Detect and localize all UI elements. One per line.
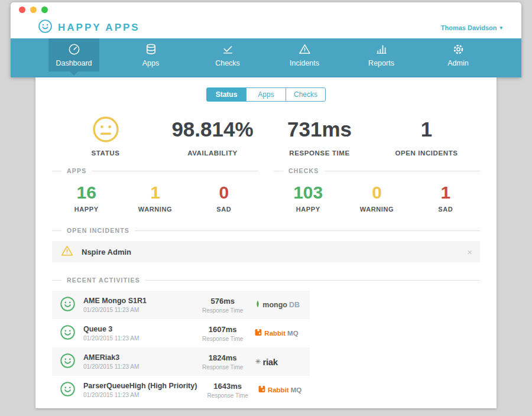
service-text: Rabbit [268, 386, 289, 394]
apps-checks-dividers: APPS CHECKS [35, 164, 497, 174]
activity-response: 1607ms Response Time [198, 325, 247, 342]
response-time-label: Response Time [198, 336, 247, 342]
database-icon [144, 43, 158, 56]
nav-item-apps[interactable]: Apps [125, 38, 176, 72]
apps-checks-stats: 16 HAPPY 1 WARNING 0 SAD 103 HAPPY [35, 174, 497, 213]
rabbitmq-logo: RabbitMQ [258, 385, 302, 395]
stat-label: WARNING [121, 206, 189, 213]
app-logo: HAPPY APPS [38, 19, 140, 37]
service-text: MQ [287, 330, 299, 337]
activity-response: 576ms Response Time [198, 297, 247, 314]
checks-section-title: CHECKS [288, 167, 319, 174]
apps-stat-warning[interactable]: 1 WARNING [121, 183, 189, 213]
checks-stat-happy[interactable]: 103 HAPPY [274, 183, 342, 213]
tab-apps[interactable]: Apps [246, 87, 286, 102]
service-text: Rabbit [264, 330, 286, 337]
recent-activities-section: RECENT ACTIVITIES [35, 262, 497, 286]
activity-row[interactable]: AMERiak3 01/20/2015 11:23 AM 1824ms Resp… [52, 347, 310, 376]
nav-item-label: Dashboard [56, 59, 92, 67]
user-menu[interactable]: Thomas Davidson ▾ [441, 24, 502, 31]
activity-name: AMERiak3 [83, 353, 190, 362]
summary-response-time: 731ms RESPONSE TIME [266, 115, 373, 157]
incident-close-button[interactable]: × [467, 248, 472, 256]
nav-item-reports[interactable]: Reports [356, 38, 407, 72]
activity-row[interactable]: Queue 3 01/20/2015 11:23 AM 1607ms Respo… [52, 319, 310, 347]
recent-activities-list: AME Mongo S1R1 01/20/2015 11:23 AM 576ms… [52, 291, 310, 404]
nav-item-dashboard[interactable]: Dashboard [48, 38, 99, 72]
response-time-value: 1824ms [198, 353, 247, 362]
warning-triangle-icon [60, 243, 74, 261]
activity-main: AME Mongo S1R1 01/20/2015 11:23 AM [83, 297, 190, 313]
response-time-label: Response Time [198, 364, 247, 370]
service-text: mongo [262, 301, 287, 309]
app-window: HAPPY APPS Thomas Davidson ▾ Dashboard [11, 2, 521, 408]
response-time-label: RESPONSE TIME [266, 150, 373, 157]
tab-status[interactable]: Status [206, 87, 246, 102]
nav-item-label: Reports [368, 59, 394, 67]
response-time-label: Response Time [198, 307, 247, 314]
status-label: STATUS [52, 150, 159, 157]
happy-face-icon [60, 324, 76, 343]
window-titlebar [11, 2, 521, 17]
incident-row[interactable]: Nspire Admin × [52, 241, 480, 262]
open-incidents-divider: OPEN INCIDENTS [52, 227, 480, 234]
summary-row: STATUS 98.814% AVAILABILITY 731ms RESPON… [35, 102, 497, 164]
response-time-label: Response Time [205, 392, 250, 399]
status-tabs: Status Apps Checks [35, 77, 497, 102]
neutral-face-icon [52, 115, 159, 144]
activity-row[interactable]: AME Mongo S1R1 01/20/2015 11:23 AM 576ms… [52, 291, 310, 319]
nav-item-admin[interactable]: Admin [433, 38, 484, 72]
activity-name: AME Mongo S1R1 [83, 297, 190, 305]
user-name: Thomas Davidson [441, 24, 497, 31]
apps-stat-happy[interactable]: 16 HAPPY [52, 183, 121, 213]
nav-item-label: Apps [142, 59, 160, 67]
open-incidents-label: OPEN INCIDENTS [373, 150, 480, 157]
checks-stat-sad[interactable]: 1 SAD [411, 183, 480, 213]
chevron-down-icon: ▾ [499, 25, 502, 31]
riak-logo: ✳ riak [255, 357, 302, 367]
window-minimize-button[interactable] [30, 6, 37, 13]
activity-main: ParserQueueHigh (High Priority) 01/20/20… [83, 382, 197, 398]
activity-name: ParserQueueHigh (High Priority) [83, 382, 197, 390]
recent-activities-title: RECENT ACTIVITIES [67, 277, 140, 284]
response-time-value: 731ms [266, 115, 373, 144]
checklist-icon [221, 43, 235, 56]
summary-availability: 98.814% AVAILABILITY [159, 115, 266, 157]
nav-item-label: Admin [447, 59, 468, 67]
nav-item-incidents[interactable]: Incidents [279, 38, 330, 72]
summary-open-incidents: 1 OPEN INCIDENTS [373, 115, 480, 157]
service-text: MQ [291, 386, 302, 394]
apps-stat-sad[interactable]: 0 SAD [190, 183, 258, 213]
tab-checks[interactable]: Checks [286, 87, 326, 102]
stat-label: HAPPY [274, 206, 342, 213]
checks-section-divider: CHECKS [274, 167, 480, 174]
dashboard-card: Status Apps Checks STATUS 98.814% AVAILA [35, 77, 497, 408]
activity-row[interactable]: ParserQueueHigh (High Priority) 01/20/20… [52, 376, 310, 404]
activity-response: 1643ms Response Time [205, 382, 250, 399]
activity-timestamp: 01/20/2015 11:23 AM [83, 307, 190, 313]
response-time-value: 1607ms [198, 325, 247, 334]
incident-name: Nspire Admin [82, 248, 131, 256]
logo-smiley-icon [38, 19, 53, 37]
rabbitmq-icon [255, 328, 262, 339]
service-text: DB [289, 301, 300, 309]
window-close-button[interactable] [19, 6, 25, 13]
window-zoom-button[interactable] [41, 6, 48, 13]
mongodb-leaf-icon [255, 299, 261, 311]
nav-item-label: Checks [215, 59, 240, 67]
stat-label: WARNING [342, 206, 411, 213]
nav-item-checks[interactable]: Checks [202, 38, 253, 72]
summary-status: STATUS [52, 115, 159, 157]
stat-label: HAPPY [52, 206, 121, 213]
main-nav: Dashboard Apps [11, 38, 521, 77]
response-time-value: 1643ms [205, 382, 250, 391]
stat-label: SAD [411, 206, 480, 213]
stat-value: 0 [190, 183, 258, 203]
checks-stat-warning[interactable]: 0 WARNING [342, 183, 411, 213]
availability-label: AVAILABILITY [159, 150, 266, 157]
activity-timestamp: 01/20/2015 11:23 AM [83, 363, 190, 370]
service-text: riak [262, 357, 278, 367]
gauge-icon [67, 43, 81, 56]
window-chrome: HAPPY APPS Thomas Davidson ▾ Dashboard [11, 2, 521, 77]
stat-value: 16 [52, 183, 121, 203]
